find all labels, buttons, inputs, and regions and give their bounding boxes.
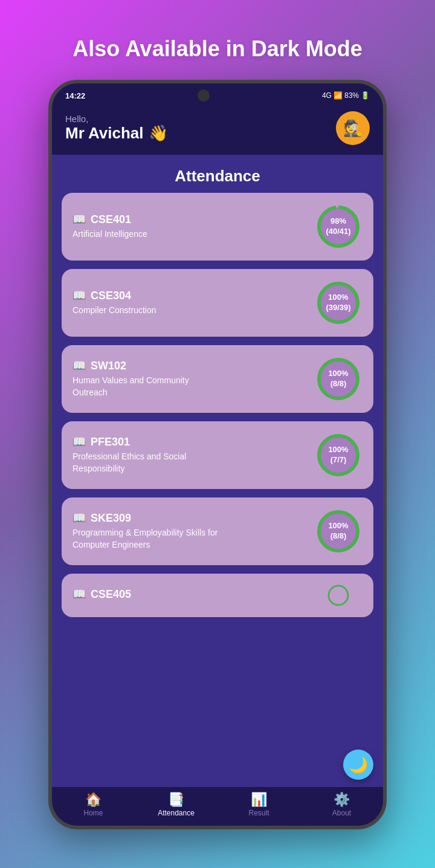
card-info: 📖 SKE309 Programming & Employability Ski… — [72, 511, 314, 551]
course-code: 📖 SW102 — [72, 359, 314, 372]
book-icon: 📖 — [72, 359, 86, 372]
book-icon: 📖 — [72, 435, 86, 449]
course-card-cse401[interactable]: 📖 CSE401 Artificial Intelligence 98% (40… — [62, 193, 373, 261]
cards-container[interactable]: 📖 CSE401 Artificial Intelligence 98% (40… — [52, 193, 383, 787]
percent-value: 100% — [328, 521, 348, 531]
book-icon: 📖 — [72, 588, 86, 601]
progress-circle-pfe301: 100% (7/7) — [314, 431, 362, 479]
attendance-nav-icon: 📑 — [168, 793, 184, 806]
dark-mode-button[interactable]: 🌙 — [343, 750, 373, 780]
course-name: Artificial Intelligence — [72, 228, 224, 241]
about-nav-icon: ⚙️ — [334, 793, 350, 806]
progress-text: 100% (7/7) — [328, 445, 348, 465]
app-header: Hello, Mr Avichal 👋 🕵️ — [52, 105, 383, 155]
course-card-pfe301[interactable]: 📖 PFE301 Professional Ethics and Social … — [62, 421, 373, 489]
home-nav-icon: 🏠 — [85, 793, 102, 806]
username-display: Mr Avichal 👋 — [65, 124, 168, 143]
progress-text: 100% (8/8) — [328, 521, 348, 542]
course-code: 📖 CSE304 — [72, 289, 314, 302]
course-name: Programming & Employability Skills for C… — [72, 527, 224, 551]
course-code: 📖 CSE405 — [72, 588, 314, 601]
status-battery: 4G 📶 83%🔋 — [322, 91, 370, 100]
header-label: Also Available in Dark Mode — [72, 36, 362, 62]
status-bar: 14:22 4G 📶 83%🔋 — [52, 83, 383, 105]
user-greeting: Hello, Mr Avichal 👋 — [65, 114, 168, 143]
progress-circle — [314, 583, 362, 607]
nav-item-home[interactable]: 🏠 Home — [72, 793, 115, 817]
progress-text: 100% (8/8) — [328, 369, 348, 389]
progress-text: 98% (40/41) — [326, 216, 350, 237]
book-icon: 📖 — [72, 289, 86, 302]
progress-circle-cse401: 98% (40/41) — [314, 202, 362, 251]
camera-notch — [198, 89, 210, 102]
home-nav-label: Home — [83, 809, 103, 817]
card-info: 📖 CSE405 — [72, 588, 314, 603]
course-name: Professional Ethics and Social Responsib… — [72, 451, 224, 474]
nav-item-result[interactable]: 📊 Result — [238, 793, 280, 817]
nav-item-attendance[interactable]: 📑 Attendance — [155, 793, 198, 817]
progress-circle-cse304: 100% (39/39) — [314, 279, 362, 327]
fraction-value: (7/7) — [328, 455, 348, 465]
fraction-value: (8/8) — [328, 379, 348, 389]
avatar[interactable]: 🕵️ — [336, 111, 370, 145]
section-title: Attendance — [52, 155, 383, 193]
card-info: 📖 SW102 Human Values and Community Outre… — [72, 359, 314, 398]
fraction-value: (39/39) — [326, 303, 350, 313]
about-nav-label: About — [332, 809, 351, 817]
attendance-nav-label: Attendance — [158, 809, 195, 817]
phone-frame: 14:22 4G 📶 83%🔋 Hello, Mr Avichal 👋 🕵️ A… — [48, 80, 387, 829]
course-code: 📖 SKE309 — [72, 511, 314, 525]
bottom-nav: 🏠 Home 📑 Attendance 📊 Result ⚙️ About — [52, 787, 383, 826]
percent-value: 100% — [328, 445, 348, 455]
status-time: 14:22 — [65, 91, 85, 100]
course-code: 📖 PFE301 — [72, 435, 314, 449]
result-nav-label: Result — [248, 809, 269, 817]
course-card-ske309[interactable]: 📖 SKE309 Programming & Employability Ski… — [62, 497, 373, 565]
nav-item-about[interactable]: ⚙️ About — [321, 793, 363, 817]
book-icon: 📖 — [72, 213, 86, 226]
progress-text: 100% (39/39) — [326, 293, 350, 313]
progress-circle-sw102: 100% (8/8) — [314, 355, 362, 403]
result-nav-icon: 📊 — [251, 793, 267, 806]
percent-value: 100% — [328, 369, 348, 379]
main-content: Attendance 📖 CSE401 Artificial Intellige… — [52, 155, 383, 787]
course-name: Human Values and Community Outreach — [72, 375, 224, 398]
course-name: Compiler Construction — [72, 305, 224, 317]
card-info: 📖 CSE304 Compiler Construction — [72, 289, 314, 317]
card-info: 📖 CSE401 Artificial Intelligence — [72, 213, 314, 241]
course-code: 📖 CSE401 — [72, 213, 314, 226]
percent-value: 100% — [326, 293, 350, 303]
course-card-cse304[interactable]: 📖 CSE304 Compiler Construction 100% (39/… — [62, 269, 373, 337]
greeting-text: Hello, — [65, 114, 168, 124]
fraction-value: (40/41) — [326, 227, 350, 237]
percent-value: 98% — [326, 216, 350, 227]
course-card-sw102[interactable]: 📖 SW102 Human Values and Community Outre… — [62, 345, 373, 413]
book-icon: 📖 — [72, 511, 86, 525]
card-info: 📖 PFE301 Professional Ethics and Social … — [72, 435, 314, 474]
course-card-partial[interactable]: 📖 CSE405 — [62, 574, 373, 617]
avatar-image: 🕵️ — [336, 111, 370, 145]
fraction-value: (8/8) — [328, 531, 348, 542]
progress-circle-ske309: 100% (8/8) — [314, 507, 362, 555]
